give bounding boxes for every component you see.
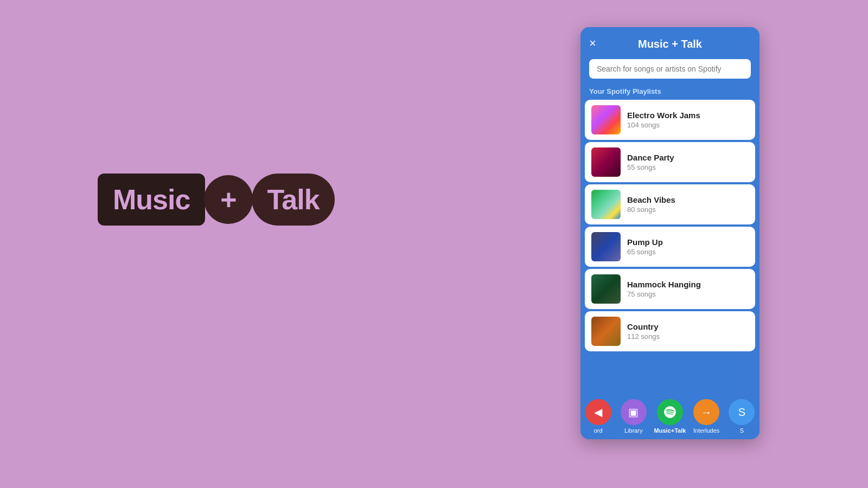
playlist-name: Hammock Hanging xyxy=(627,280,749,289)
back-icon: ◀ xyxy=(594,406,602,419)
playlist-item[interactable]: Electro Work Jams104 songs xyxy=(585,100,755,140)
nav-item-musictalk[interactable]: Music+Talk xyxy=(654,399,686,434)
nav-icon-s: S xyxy=(729,399,755,425)
playlist-name: Beach Vibes xyxy=(627,195,749,204)
playlist-song-count: 65 songs xyxy=(627,248,749,256)
playlist-thumbnail xyxy=(591,105,621,134)
playlist-info: Country112 songs xyxy=(627,322,749,341)
playlist-thumbnail xyxy=(591,232,621,261)
library-icon: ▣ xyxy=(628,406,639,419)
playlist-thumbnail xyxy=(591,317,621,346)
playlist-thumbnail xyxy=(591,190,621,219)
panel-title: Music + Talk xyxy=(638,38,702,50)
brand-logo: Music + Talk xyxy=(98,174,335,226)
search-input[interactable] xyxy=(589,59,751,79)
nav-item-s[interactable]: SS xyxy=(727,399,757,434)
nav-item-library[interactable]: ▣Library xyxy=(618,399,648,434)
spotify-icon xyxy=(663,405,677,419)
logo-talk: Talk xyxy=(252,174,334,226)
playlist-name: Pump Up xyxy=(627,237,749,247)
playlist-item[interactable]: Country112 songs xyxy=(585,311,755,351)
playlist-song-count: 80 songs xyxy=(627,206,749,214)
playlist-item[interactable]: Hammock Hanging75 songs xyxy=(585,269,755,309)
music-talk-panel: × Music + Talk Your Spotify Playlists El… xyxy=(580,27,760,439)
nav-label: Interludes xyxy=(693,427,719,434)
playlist-info: Beach Vibes80 songs xyxy=(627,195,749,214)
nav-icon-music+talk xyxy=(657,399,683,425)
nav-label: Music+Talk xyxy=(654,427,686,434)
nav-item-interludes[interactable]: →Interludes xyxy=(692,399,722,434)
playlist-info: Dance Party55 songs xyxy=(627,153,749,171)
playlist-thumbnail xyxy=(591,147,621,177)
nav-icon-library: ▣ xyxy=(621,399,647,425)
playlist-name: Dance Party xyxy=(627,153,749,162)
nav-label: Library xyxy=(624,427,643,434)
logo-plus: + xyxy=(204,175,253,224)
playlist-song-count: 104 songs xyxy=(627,121,749,129)
playlist-song-count: 112 songs xyxy=(627,332,749,341)
close-button[interactable]: × xyxy=(589,37,596,49)
nav-icon-interludes: → xyxy=(693,399,719,425)
forward-icon: → xyxy=(701,406,712,419)
playlist-name: Electro Work Jams xyxy=(627,111,749,120)
nav-label: S xyxy=(740,427,744,434)
panel-header: × Music + Talk xyxy=(580,27,760,59)
logo-music: Music xyxy=(98,174,205,226)
nav-icon-s: S xyxy=(738,406,745,419)
playlist-item[interactable]: Pump Up65 songs xyxy=(585,227,755,267)
section-label: Your Spotify Playlists xyxy=(580,85,760,100)
playlist-item[interactable]: Dance Party55 songs xyxy=(585,142,755,182)
playlist-info: Pump Up65 songs xyxy=(627,237,749,256)
playlist-song-count: 75 songs xyxy=(627,290,749,298)
nav-label: ord xyxy=(594,427,603,434)
playlist-thumbnail xyxy=(591,274,621,304)
bottom-nav: ◀ord▣LibraryMusic+Talk→InterludesSS xyxy=(580,395,760,439)
playlist-song-count: 55 songs xyxy=(627,163,749,171)
playlist-info: Electro Work Jams104 songs xyxy=(627,111,749,129)
playlist-list: Electro Work Jams104 songsDance Party55 … xyxy=(580,100,760,395)
playlist-name: Country xyxy=(627,322,749,331)
playlist-info: Hammock Hanging75 songs xyxy=(627,280,749,298)
nav-icon-ord: ◀ xyxy=(585,399,611,425)
playlist-item[interactable]: Beach Vibes80 songs xyxy=(585,184,755,224)
search-container xyxy=(580,59,760,85)
nav-item-ord[interactable]: ◀ord xyxy=(583,399,613,434)
